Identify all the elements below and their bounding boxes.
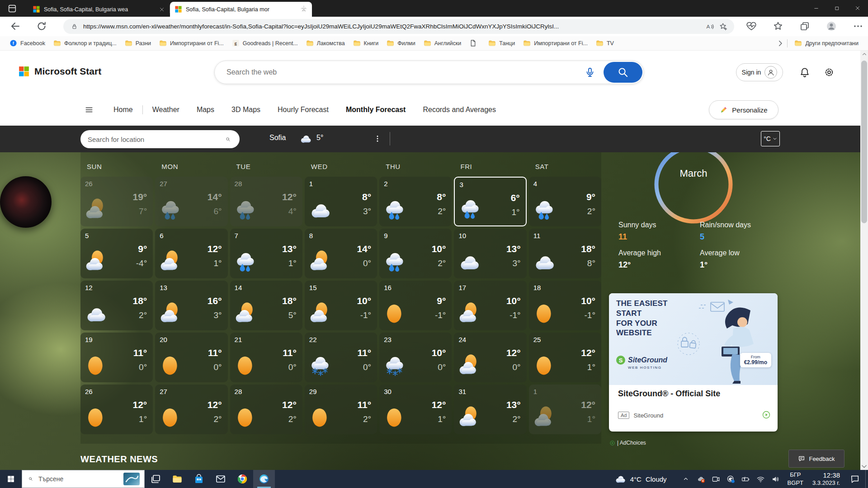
other-favorites[interactable]: Други предпочитани [790, 38, 863, 48]
network-icon[interactable] [756, 475, 765, 483]
calendar-day-cell[interactable]: 20 11° 0° [155, 333, 227, 382]
calendar-day-cell[interactable]: 24 12° 0° [454, 333, 526, 382]
close-button[interactable] [847, 0, 868, 16]
calendar-day-cell[interactable]: 27 14° 6° [155, 177, 227, 226]
unit-selector[interactable]: °C [761, 131, 780, 146]
calendar-day-cell[interactable]: 12 18° 2° [80, 281, 153, 330]
current-city-label[interactable]: Sofia [269, 134, 286, 142]
calendar-day-cell[interactable]: 3 6° 1° [454, 177, 526, 226]
store-icon[interactable] [188, 470, 210, 488]
calendar-day-cell[interactable]: 11 18° 8° [529, 229, 601, 278]
nav-item-records-and-averages[interactable]: Records and Averages [414, 106, 505, 114]
calendar-day-cell[interactable]: 22 11° 0° [305, 333, 377, 382]
calendar-day-cell[interactable]: 18 10° -1° [529, 281, 601, 330]
bookmark-item[interactable]: Филми [382, 38, 419, 48]
taskbar-weather[interactable]: 4°C Cloudy [614, 474, 667, 484]
refresh-icon[interactable] [36, 21, 47, 32]
bookmark-item[interactable]: Лакомства [302, 38, 349, 48]
more-menu-icon[interactable] [853, 21, 863, 32]
browser-tab[interactable]: Sofia, Sofia-Capital, Bulgaria wea [28, 2, 170, 17]
task-view-button[interactable] [145, 470, 166, 488]
minimize-button[interactable] [806, 0, 826, 16]
calendar-day-cell[interactable]: 9 10° 2° [379, 229, 452, 278]
page-scrollbar[interactable] [860, 51, 868, 470]
calendar-day-cell[interactable]: 31 13° 2° [454, 385, 526, 434]
calendar-day-cell[interactable]: 1 8° 3° [305, 177, 377, 226]
calendar-day-cell[interactable]: 17 10° -1° [454, 281, 526, 330]
bing-daily-image[interactable] [123, 473, 140, 485]
bookmark-item[interactable]: Разни [121, 38, 155, 48]
location-more-icon[interactable] [373, 133, 382, 145]
personalize-button[interactable]: Personalize [709, 100, 778, 119]
menu-hamburger-icon[interactable] [84, 106, 94, 114]
calendar-day-cell[interactable]: 28 12° 2° [230, 385, 302, 434]
notifications-bell-icon[interactable] [799, 67, 810, 78]
calendar-day-cell[interactable]: 19 11° 0° [80, 333, 153, 382]
lock-icon[interactable] [70, 22, 79, 31]
calendar-day-cell[interactable]: 25 12° 1° [529, 333, 601, 382]
calendar-day-cell[interactable]: 29 11° 2° [305, 385, 377, 434]
start-button[interactable] [0, 470, 22, 488]
nav-item-hourly-forecast[interactable]: Hourly Forecast [269, 106, 337, 114]
volume-icon[interactable] [771, 475, 780, 483]
calendar-day-cell[interactable]: 28 12° 4° [230, 177, 302, 226]
microphone-icon[interactable] [585, 67, 595, 78]
bookmark-item[interactable]: fFacebook [5, 38, 49, 48]
edge-icon[interactable] [253, 470, 275, 488]
bookmark-item[interactable]: Фолклор и традиц... [49, 38, 121, 48]
mail-icon[interactable] [210, 470, 231, 488]
calendar-day-cell[interactable]: 6 12° 1° [155, 229, 227, 278]
address-bar[interactable]: https://www.msn.com/en-xl/weather/monthl… [63, 19, 734, 34]
taskbar-search-box[interactable]: Търсене [22, 470, 145, 488]
bookmark-item[interactable]: Импортирани от Fi... [519, 38, 592, 48]
ad-card[interactable]: THE EASIEST START FOR YOUR WEBSITE [609, 293, 778, 432]
show-desktop-button[interactable] [865, 470, 868, 488]
browser-tab[interactable]: Sofia, Sofia-Capital, Bulgaria mor [170, 2, 312, 17]
sign-in-button[interactable]: Sign in [736, 63, 783, 81]
url-text[interactable]: https://www.msn.com/en-xl/weather/monthl… [83, 23, 701, 30]
calendar-day-cell[interactable]: 23 10° 0° [379, 333, 452, 382]
back-icon[interactable] [10, 21, 21, 32]
bookmark-item[interactable]: TV [592, 38, 618, 48]
ad-title-link[interactable]: SiteGround® - Official Site [618, 389, 720, 399]
new-tab-button[interactable] [299, 4, 308, 13]
nav-item-maps[interactable]: Maps [188, 106, 223, 114]
calendar-day-cell[interactable]: 30 12° 1° [379, 385, 452, 434]
browser-essentials-icon[interactable] [746, 21, 757, 32]
bookmark-item[interactable]: Импортирани от Fi... [155, 38, 228, 48]
favorites-icon[interactable] [773, 21, 783, 32]
calendar-day-cell[interactable]: 10 13° 3° [454, 229, 526, 278]
calendar-day-cell[interactable]: 15 10° -1° [305, 281, 377, 330]
profile-avatar[interactable] [826, 21, 837, 32]
read-aloud-icon[interactable]: A [705, 22, 714, 31]
microsoft-start-logo[interactable]: Microsoft Start [18, 66, 101, 77]
calendar-day-cell[interactable]: 26 19° 7° [80, 177, 153, 226]
calendar-day-cell[interactable]: 1 12° 1° [529, 385, 601, 434]
calendar-day-cell[interactable]: 4 9° 2° [529, 177, 601, 226]
bookmark-item[interactable]: Книги [349, 38, 383, 48]
add-favorite-icon[interactable] [719, 22, 728, 31]
search-button[interactable] [604, 62, 642, 83]
calendar-day-cell[interactable]: 2 8° 2° [379, 177, 452, 226]
hidden-icons-chevron[interactable] [682, 475, 690, 483]
adchoices-caption[interactable]: | AdChoices [610, 440, 646, 446]
location-search-icon[interactable] [224, 135, 232, 144]
bookmark-item[interactable] [465, 38, 484, 48]
web-search-box[interactable]: Search the web [214, 61, 644, 84]
bookmark-item[interactable]: Английски [420, 38, 466, 48]
battery-icon[interactable] [741, 475, 750, 483]
edge-tray-icon[interactable] [726, 475, 735, 483]
calendar-day-cell[interactable]: 14 18° 5° [230, 281, 302, 330]
scroll-up-icon[interactable] [860, 51, 868, 58]
calendar-day-cell[interactable]: 27 12° 2° [155, 385, 227, 434]
scrollbar-thumb[interactable] [861, 61, 867, 223]
calendar-day-cell[interactable]: 21 11° 0° [230, 333, 302, 382]
nav-item-3d-maps[interactable]: 3D Maps [223, 106, 269, 114]
taskbar-clock[interactable]: 12:38 3.3.2023 г. [812, 471, 840, 487]
calendar-day-cell[interactable]: 8 14° 0° [305, 229, 377, 278]
chrome-icon[interactable] [231, 470, 253, 488]
calendar-day-cell[interactable]: 7 13° 1° [230, 229, 302, 278]
bookmark-item[interactable]: gGoodreads | Recent... [228, 38, 302, 48]
maximize-button[interactable] [826, 0, 847, 16]
meet-now-icon[interactable] [712, 475, 720, 483]
